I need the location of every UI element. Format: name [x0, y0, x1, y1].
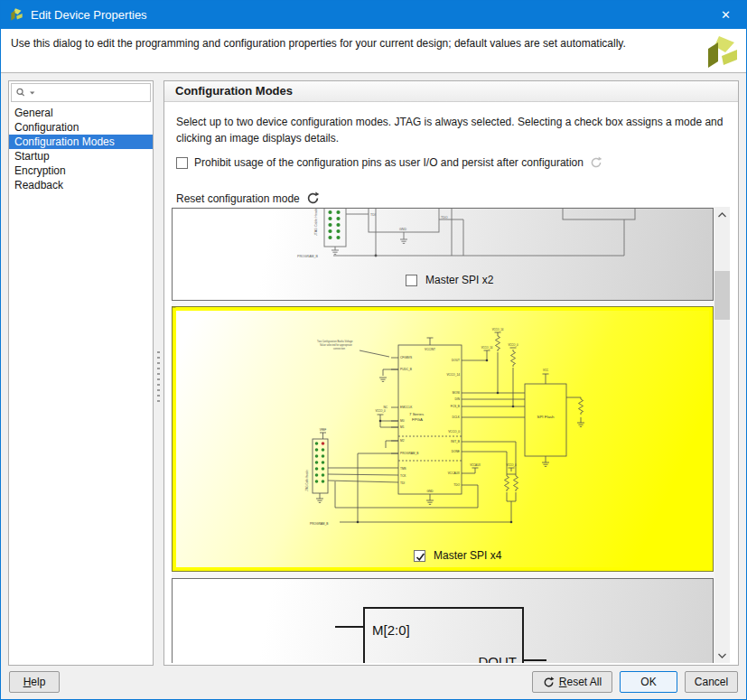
mode-panel-master-spi-x4[interactable]: CFGBVS PUDC_B EMCCLK M0 M1 M2 PROGRAM_B … — [172, 306, 714, 572]
svg-text:TMS: TMS — [400, 467, 406, 471]
svg-text:M[2:0]: M[2:0] — [372, 622, 410, 638]
svg-text:VCCO_0: VCCO_0 — [506, 463, 517, 467]
prohibit-config-pins-checkbox[interactable] — [176, 157, 188, 169]
category-list: General Configuration Configuration Mode… — [9, 106, 153, 192]
svg-text:EMCCLK: EMCCLK — [400, 406, 413, 409]
reset-all-label: eset All — [566, 676, 602, 688]
svg-text:JTAG Cable Header: JTAG Cable Header — [314, 209, 318, 236]
svg-text:PROGRAM_B: PROGRAM_B — [297, 255, 319, 258]
master-spi-x2-schematic: GND TDI TDO PROGRAM_B JTAG Cable Header — [173, 209, 714, 301]
help-mnemonic: H — [23, 676, 32, 688]
chevron-up-icon — [717, 211, 727, 219]
master-spi-x2-checkbox[interactable] — [406, 275, 417, 286]
reset-prohibit-icon[interactable] — [590, 156, 602, 169]
button-bar: Help Reset All OK Cancel — [1, 666, 746, 699]
svg-text:VCCINT: VCCINT — [425, 348, 435, 351]
title-bar: Edit Device Properties ✕ — [1, 1, 746, 29]
app-icon — [9, 7, 24, 23]
close-button[interactable]: ✕ — [705, 1, 746, 29]
content-area: General Configuration Configuration Mode… — [1, 73, 746, 666]
mode-image-list: GND TDI TDO PROGRAM_B JTAG Cable Header … — [172, 207, 730, 663]
scrollbar-thumb[interactable] — [714, 271, 730, 320]
svg-text:FCS_B: FCS_B — [451, 405, 460, 408]
sidebar-item-general[interactable]: General — [9, 106, 153, 120]
ok-button[interactable]: OK — [620, 671, 677, 693]
reset-configuration-mode-label: Reset configuration mode — [176, 192, 300, 205]
reset-configuration-mode-row: Reset configuration mode — [176, 191, 320, 205]
svg-text:TDI: TDI — [400, 481, 405, 485]
svg-text:VCCO_14: VCCO_14 — [481, 346, 493, 350]
reset-all-button[interactable]: Reset All — [532, 671, 612, 693]
svg-text:GND: GND — [426, 490, 434, 493]
sidebar-item-configuration-modes[interactable]: Configuration Modes — [9, 135, 153, 149]
splitter-grip — [157, 351, 160, 404]
configuration-modes-panel: Configuration Modes Select up to two dev… — [163, 80, 739, 666]
svg-text:PUDC_B: PUDC_B — [400, 368, 412, 371]
svg-text:VCCO_0: VCCO_0 — [375, 409, 386, 413]
mode-list-scrollbar[interactable] — [714, 207, 730, 663]
help-button[interactable]: Help — [9, 671, 60, 693]
svg-text:M0: M0 — [400, 419, 405, 423]
cancel-button[interactable]: Cancel — [685, 671, 738, 693]
dialog-banner: Use this dialog to edit the programming … — [1, 29, 746, 73]
svg-text:DOUT: DOUT — [479, 654, 518, 663]
xilinx-logo — [704, 32, 740, 71]
svg-text:FPGA: FPGA — [412, 417, 423, 422]
svg-text:TDO: TDO — [441, 216, 448, 219]
svg-text:DCLK: DCLK — [452, 415, 460, 419]
dialog-description: Use this dialog to edit the programming … — [11, 37, 626, 50]
sidebar-item-configuration[interactable]: Configuration — [9, 120, 153, 135]
edit-device-properties-dialog: Edit Device Properties ✕ Use this dialog… — [0, 0, 747, 700]
master-spi-x2-label: Master SPI x2 — [425, 274, 493, 286]
search-dropdown-caret — [29, 87, 36, 99]
svg-text:M2: M2 — [400, 439, 405, 443]
master-spi-x4-schematic: CFGBVS PUDC_B EMCCLK M0 M1 M2 PROGRAM_B … — [173, 307, 714, 572]
svg-text:GND: GND — [399, 228, 406, 231]
svg-text:PROGRAM_B: PROGRAM_B — [310, 522, 328, 526]
prohibit-config-pins-row: Prohibit usage of the configuration pins… — [176, 156, 602, 169]
reset-all-icon — [543, 677, 555, 688]
svg-text:TDO: TDO — [453, 483, 460, 487]
reset-configuration-mode-icon[interactable] — [306, 191, 320, 205]
chevron-down-icon — [717, 652, 727, 659]
master-spi-x4-checkbox[interactable] — [414, 550, 425, 562]
svg-text:VCC: VCC — [543, 369, 548, 372]
master-spi-x4-label: Master SPI x4 — [434, 549, 501, 562]
svg-text:VCCAUX: VCCAUX — [448, 471, 461, 475]
window-title: Edit Device Properties — [31, 8, 147, 22]
svg-text:PROGRAM_B: PROGRAM_B — [400, 452, 418, 455]
svg-text:VCCO_0: VCCO_0 — [448, 430, 460, 434]
search-input[interactable] — [37, 85, 150, 100]
svg-text:CFGBVS: CFGBVS — [400, 356, 412, 359]
svg-text:Two Configuration Banks Voltag: Two Configuration Banks Voltage — [317, 340, 353, 343]
sidebar-item-readback[interactable]: Readback — [9, 178, 153, 192]
svg-text:7 Series: 7 Series — [409, 412, 425, 416]
svg-text:VCCAUX: VCCAUX — [470, 463, 481, 467]
svg-text:TDI: TDI — [370, 213, 376, 217]
svg-text:JTAG Cable Header: JTAG Cable Header — [305, 470, 309, 491]
check-icon — [415, 551, 426, 563]
page-title: Configuration Modes — [164, 81, 738, 102]
next-mode-schematic: M[2:0] DOUT — [173, 579, 714, 663]
svg-text:DONE: DONE — [452, 450, 460, 453]
mode-panel-master-spi-x2[interactable]: GND TDI TDO PROGRAM_B JTAG Cable Header … — [172, 208, 714, 301]
sidebar-item-encryption[interactable]: Encryption — [9, 163, 153, 178]
svg-text:VREF: VREF — [320, 428, 327, 432]
prohibit-config-pins-label: Prohibit usage of the configuration pins… — [194, 156, 584, 169]
svg-text:VCCO_0: VCCO_0 — [508, 343, 518, 347]
svg-text:MOSI: MOSI — [453, 391, 460, 395]
svg-text:DIN: DIN — [455, 397, 461, 401]
help-label: elp — [31, 676, 45, 688]
scroll-up-button[interactable] — [714, 207, 730, 222]
svg-text:VCCO_14: VCCO_14 — [492, 328, 504, 331]
category-sidebar: General Configuration Configuration Mode… — [8, 80, 154, 666]
scroll-down-button[interactable] — [714, 648, 730, 663]
mode-panel-next[interactable]: M[2:0] DOUT — [172, 578, 714, 663]
svg-text:Value selected for appropriate: Value selected for appropriate — [320, 343, 352, 347]
sidebar-splitter[interactable] — [154, 73, 163, 666]
search-box[interactable] — [11, 83, 151, 102]
svg-text:INIT_B: INIT_B — [451, 440, 460, 443]
sidebar-item-startup[interactable]: Startup — [9, 149, 153, 163]
svg-text:VCCO_14: VCCO_14 — [446, 373, 460, 377]
svg-text:connection: connection — [333, 347, 346, 350]
